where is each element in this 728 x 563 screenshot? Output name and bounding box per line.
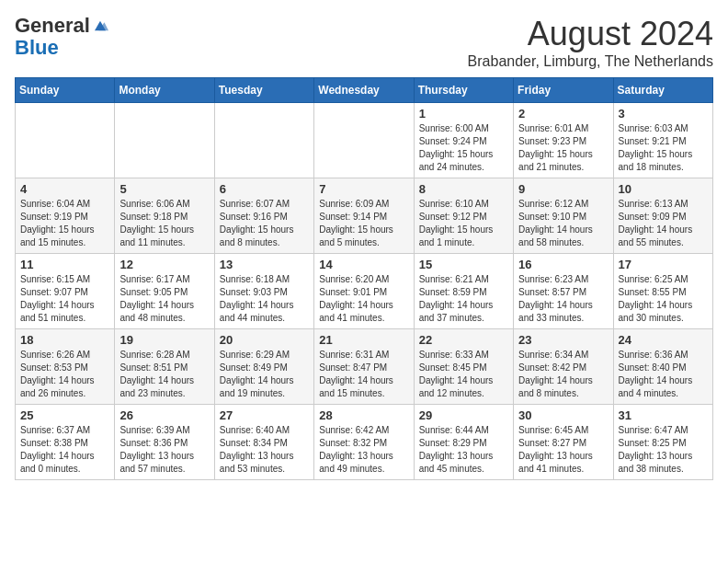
calendar-cell: 28Sunrise: 6:42 AM Sunset: 8:32 PM Dayli… [314, 405, 414, 480]
day-number: 29 [419, 408, 508, 422]
subtitle: Brabander, Limburg, The Netherlands [468, 53, 713, 70]
calendar-cell: 22Sunrise: 6:33 AM Sunset: 8:45 PM Dayli… [414, 329, 513, 405]
calendar-cell: 14Sunrise: 6:20 AM Sunset: 9:01 PM Dayli… [314, 254, 414, 329]
day-number: 18 [20, 333, 109, 347]
calendar-cell [314, 103, 414, 178]
calendar-week-row: 4Sunrise: 6:04 AM Sunset: 9:19 PM Daylig… [16, 178, 713, 254]
day-number: 23 [518, 333, 608, 347]
calendar-cell: 29Sunrise: 6:44 AM Sunset: 8:29 PM Dayli… [414, 405, 513, 480]
col-header-tuesday: Tuesday [214, 78, 313, 103]
calendar-cell: 19Sunrise: 6:28 AM Sunset: 8:51 PM Dayli… [115, 329, 214, 405]
day-info: Sunrise: 6:09 AM Sunset: 9:14 PM Dayligh… [319, 198, 408, 249]
day-info: Sunrise: 6:37 AM Sunset: 8:38 PM Dayligh… [20, 424, 109, 476]
day-number: 1 [419, 107, 508, 121]
day-info: Sunrise: 6:39 AM Sunset: 8:36 PM Dayligh… [119, 424, 209, 476]
calendar-table: SundayMondayTuesdayWednesdayThursdayFrid… [15, 77, 713, 480]
calendar-cell: 1Sunrise: 6:00 AM Sunset: 9:24 PM Daylig… [414, 103, 513, 178]
day-info: Sunrise: 6:12 AM Sunset: 9:10 PM Dayligh… [518, 198, 608, 249]
day-number: 27 [220, 408, 309, 422]
calendar-cell: 15Sunrise: 6:21 AM Sunset: 8:59 PM Dayli… [414, 254, 513, 329]
day-info: Sunrise: 6:29 AM Sunset: 8:49 PM Dayligh… [220, 349, 309, 400]
calendar-cell: 25Sunrise: 6:37 AM Sunset: 8:38 PM Dayli… [16, 405, 115, 480]
col-header-friday: Friday [514, 78, 613, 103]
calendar-cell [16, 103, 115, 178]
calendar-cell: 11Sunrise: 6:15 AM Sunset: 9:07 PM Dayli… [16, 254, 115, 329]
day-info: Sunrise: 6:31 AM Sunset: 8:47 PM Dayligh… [319, 349, 408, 400]
day-info: Sunrise: 6:45 AM Sunset: 8:27 PM Dayligh… [518, 424, 608, 476]
day-number: 14 [319, 258, 408, 271]
calendar-week-row: 11Sunrise: 6:15 AM Sunset: 9:07 PM Dayli… [16, 254, 713, 329]
day-info: Sunrise: 6:44 AM Sunset: 8:29 PM Dayligh… [419, 424, 508, 476]
calendar-week-row: 18Sunrise: 6:26 AM Sunset: 8:53 PM Dayli… [16, 329, 713, 405]
title-area: August 2024 Brabander, Limburg, The Neth… [468, 15, 713, 70]
day-info: Sunrise: 6:47 AM Sunset: 8:25 PM Dayligh… [619, 424, 708, 476]
main-title: August 2024 [468, 15, 713, 53]
day-number: 9 [518, 182, 608, 196]
day-number: 11 [20, 258, 109, 271]
day-number: 13 [220, 258, 309, 271]
day-number: 30 [518, 408, 608, 422]
day-info: Sunrise: 6:33 AM Sunset: 8:45 PM Dayligh… [419, 349, 508, 400]
calendar-cell: 12Sunrise: 6:17 AM Sunset: 9:05 PM Dayli… [115, 254, 214, 329]
day-info: Sunrise: 6:13 AM Sunset: 9:09 PM Dayligh… [619, 198, 708, 249]
day-number: 16 [518, 258, 608, 271]
calendar-cell: 21Sunrise: 6:31 AM Sunset: 8:47 PM Dayli… [314, 329, 414, 405]
calendar-cell: 7Sunrise: 6:09 AM Sunset: 9:14 PM Daylig… [314, 178, 414, 254]
day-number: 21 [319, 333, 408, 347]
day-info: Sunrise: 6:26 AM Sunset: 8:53 PM Dayligh… [20, 349, 109, 400]
day-number: 6 [220, 182, 309, 196]
day-number: 19 [119, 333, 209, 347]
col-header-thursday: Thursday [414, 78, 513, 103]
logo: General Blue [15, 15, 108, 59]
day-info: Sunrise: 6:10 AM Sunset: 9:12 PM Dayligh… [419, 198, 508, 249]
calendar-cell: 9Sunrise: 6:12 AM Sunset: 9:10 PM Daylig… [514, 178, 613, 254]
day-number: 25 [20, 408, 109, 422]
calendar-cell: 30Sunrise: 6:45 AM Sunset: 8:27 PM Dayli… [514, 405, 613, 480]
day-info: Sunrise: 6:18 AM Sunset: 9:03 PM Dayligh… [220, 273, 309, 325]
calendar-cell: 17Sunrise: 6:25 AM Sunset: 8:55 PM Dayli… [613, 254, 712, 329]
day-info: Sunrise: 6:34 AM Sunset: 8:42 PM Dayligh… [518, 349, 608, 400]
logo-blue: Blue [15, 37, 59, 59]
calendar-header-row: SundayMondayTuesdayWednesdayThursdayFrid… [16, 78, 713, 103]
day-info: Sunrise: 6:23 AM Sunset: 8:57 PM Dayligh… [518, 273, 608, 325]
calendar-cell: 27Sunrise: 6:40 AM Sunset: 8:34 PM Dayli… [214, 405, 313, 480]
col-header-sunday: Sunday [16, 78, 115, 103]
calendar-cell: 10Sunrise: 6:13 AM Sunset: 9:09 PM Dayli… [613, 178, 712, 254]
day-info: Sunrise: 6:04 AM Sunset: 9:19 PM Dayligh… [20, 198, 109, 249]
day-number: 26 [119, 408, 209, 422]
day-number: 3 [619, 107, 708, 121]
logo-icon [92, 17, 108, 34]
day-info: Sunrise: 6:07 AM Sunset: 9:16 PM Dayligh… [220, 198, 309, 249]
day-number: 10 [619, 182, 708, 196]
calendar-cell: 8Sunrise: 6:10 AM Sunset: 9:12 PM Daylig… [414, 178, 513, 254]
day-number: 5 [119, 182, 209, 196]
day-number: 31 [619, 408, 708, 422]
day-info: Sunrise: 6:21 AM Sunset: 8:59 PM Dayligh… [419, 273, 508, 325]
col-header-wednesday: Wednesday [314, 78, 414, 103]
day-info: Sunrise: 6:36 AM Sunset: 8:40 PM Dayligh… [619, 349, 708, 400]
day-number: 15 [419, 258, 508, 271]
day-number: 12 [119, 258, 209, 271]
day-info: Sunrise: 6:06 AM Sunset: 9:18 PM Dayligh… [119, 198, 209, 249]
header: General Blue August 2024 Brabander, Limb… [15, 15, 713, 70]
day-info: Sunrise: 6:03 AM Sunset: 9:21 PM Dayligh… [619, 122, 708, 174]
logo-general: General [15, 15, 90, 37]
day-info: Sunrise: 6:17 AM Sunset: 9:05 PM Dayligh… [119, 273, 209, 325]
day-number: 8 [419, 182, 508, 196]
calendar-cell: 2Sunrise: 6:01 AM Sunset: 9:23 PM Daylig… [514, 103, 613, 178]
day-number: 22 [419, 333, 508, 347]
day-number: 28 [319, 408, 408, 422]
calendar-cell: 3Sunrise: 6:03 AM Sunset: 9:21 PM Daylig… [613, 103, 712, 178]
calendar-cell: 18Sunrise: 6:26 AM Sunset: 8:53 PM Dayli… [16, 329, 115, 405]
calendar-cell: 24Sunrise: 6:36 AM Sunset: 8:40 PM Dayli… [613, 329, 712, 405]
calendar-week-row: 25Sunrise: 6:37 AM Sunset: 8:38 PM Dayli… [16, 405, 713, 480]
calendar-cell: 20Sunrise: 6:29 AM Sunset: 8:49 PM Dayli… [214, 329, 313, 405]
day-info: Sunrise: 6:20 AM Sunset: 9:01 PM Dayligh… [319, 273, 408, 325]
day-number: 17 [619, 258, 708, 271]
calendar-week-row: 1Sunrise: 6:00 AM Sunset: 9:24 PM Daylig… [16, 103, 713, 178]
col-header-saturday: Saturday [613, 78, 712, 103]
day-number: 2 [518, 107, 608, 121]
col-header-monday: Monday [115, 78, 214, 103]
day-number: 4 [20, 182, 109, 196]
calendar-cell: 26Sunrise: 6:39 AM Sunset: 8:36 PM Dayli… [115, 405, 214, 480]
